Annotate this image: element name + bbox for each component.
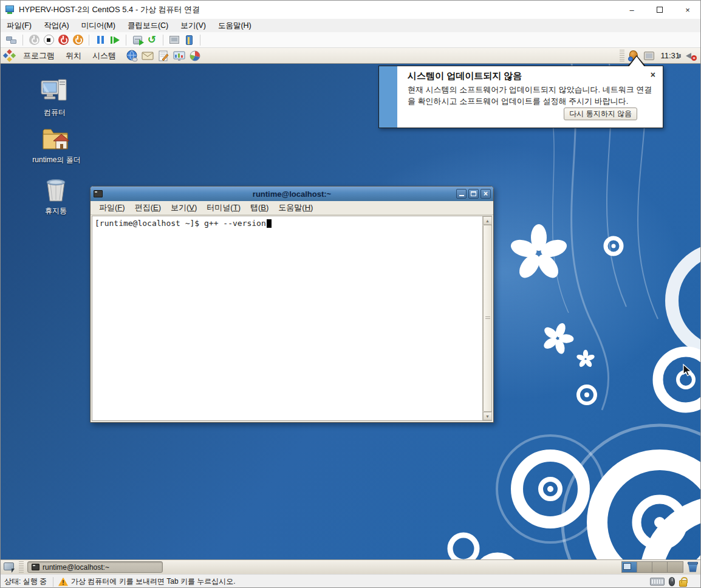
hyperv-connection-window: HYPERV-HOST-2의 CentOS 5.4 - 가상 컴퓨터 연결 – … xyxy=(0,0,701,588)
terminal-menu-tabs[interactable]: 탭(B) xyxy=(245,202,273,213)
terminal-window: runtime@localhost:~ × 파일(F) 편집(E) 보기(V) … xyxy=(90,186,494,423)
menu-clipboard[interactable]: 클립보드(C) xyxy=(121,19,174,32)
globe-icon xyxy=(126,50,138,62)
terminal-content-area[interactable]: [runtime@localhost ~]$ g++ --version ▲ ▼ xyxy=(92,216,492,421)
clock[interactable]: 11:31 xyxy=(660,51,680,60)
calc-launcher[interactable] xyxy=(188,49,202,63)
monitor-icon xyxy=(169,36,179,44)
terminal-menu-terminal[interactable]: 터미널(T) xyxy=(202,202,245,213)
checkpoint-button[interactable] xyxy=(130,33,145,47)
ctrl-alt-del-button[interactable] xyxy=(4,33,19,47)
terminal-scrollbar[interactable]: ▲ ▼ xyxy=(482,216,491,420)
terminal-menu-edit[interactable]: 편집(E) xyxy=(130,202,166,213)
revert-icon: ↺ xyxy=(148,35,156,45)
menu-file[interactable]: 파일(F) xyxy=(1,19,38,32)
keys-icon xyxy=(6,36,17,44)
keyboard-status-icon xyxy=(650,578,665,586)
system-menu[interactable]: 시스템 xyxy=(87,50,121,61)
power-gray-icon xyxy=(29,35,39,45)
terminal-maximize-button[interactable] xyxy=(468,189,479,199)
close-button[interactable]: × xyxy=(674,1,701,19)
panel-drag-handle[interactable] xyxy=(19,561,24,573)
terminal-menu-help[interactable]: 도움말(H) xyxy=(273,202,318,213)
desktop-icon-home-folder[interactable]: runtime의 폴더 xyxy=(23,125,90,165)
impress-launcher[interactable] xyxy=(173,49,186,63)
computer-icon xyxy=(40,77,69,105)
terminal-task-icon xyxy=(32,564,39,570)
menu-media[interactable]: 미디어(M) xyxy=(75,19,121,32)
do-not-notify-button[interactable]: 다시 통지하지 않음 xyxy=(564,108,637,120)
taskbar-button-label: runtime@localhost:~ xyxy=(43,563,109,572)
terminal-menu-view[interactable]: 보기(V) xyxy=(166,202,202,213)
terminal-titlebar[interactable]: runtime@localhost:~ × xyxy=(91,186,493,201)
workspace-4[interactable] xyxy=(668,562,683,572)
notification-accent-stripe xyxy=(379,66,397,128)
places-menu[interactable]: 위치 xyxy=(60,50,87,61)
menu-help[interactable]: 도움말(H) xyxy=(212,19,258,32)
minimize-icon xyxy=(459,195,464,196)
toolbar-separator xyxy=(126,35,126,46)
presentation-icon xyxy=(173,50,185,62)
pause-button[interactable] xyxy=(93,33,108,47)
terminal-cursor xyxy=(267,219,272,228)
scroll-up-icon[interactable]: ▲ xyxy=(483,216,492,225)
desktop-icon-label: 휴지통 xyxy=(45,206,67,216)
scrollbar-thumb[interactable] xyxy=(483,225,492,412)
panel-drag-handle[interactable] xyxy=(620,50,624,62)
show-desktop-button[interactable] xyxy=(2,561,16,573)
power-orange-icon xyxy=(73,35,83,45)
terminal-close-button[interactable]: × xyxy=(480,189,491,199)
maximize-icon xyxy=(657,7,663,13)
workspace-1[interactable] xyxy=(622,562,637,572)
email-launcher[interactable] xyxy=(141,49,154,63)
trash-applet-icon[interactable] xyxy=(687,561,699,573)
minimize-button[interactable]: – xyxy=(618,1,646,19)
toolbar-separator xyxy=(89,35,89,46)
screen-resize-button xyxy=(167,33,182,47)
update-notification-balloon: 시스템이 업데이트되지 않음 × 현재 시스템의 소프트웨어가 업데이트되지 않… xyxy=(378,66,663,128)
applications-menu[interactable]: 프로그램 xyxy=(18,50,60,61)
workspace-2[interactable] xyxy=(637,562,652,572)
turn-off-button[interactable] xyxy=(56,33,70,47)
menu-view[interactable]: 보기(V) xyxy=(174,19,212,32)
insert-disk-button[interactable] xyxy=(182,33,196,47)
volume-muted-icon[interactable]: × xyxy=(686,51,697,61)
centos-logo-icon[interactable] xyxy=(3,49,16,62)
taskbar-button-terminal[interactable]: runtime@localhost:~ xyxy=(27,561,163,573)
terminal-menu-file[interactable]: 파일(F) xyxy=(94,202,130,213)
shutdown-button[interactable] xyxy=(70,33,85,47)
hyperv-app-icon xyxy=(5,5,15,14)
notification-close-icon[interactable]: × xyxy=(651,70,655,79)
menu-action[interactable]: 작업(A) xyxy=(38,19,75,32)
desktop-icon-label: 컴퓨터 xyxy=(44,108,66,118)
toolbar-separator xyxy=(200,35,200,46)
terminal-title: runtime@localhost:~ xyxy=(91,190,493,199)
mouse-cursor xyxy=(682,364,694,377)
resume-button[interactable] xyxy=(108,33,122,47)
scroll-down-icon[interactable]: ▼ xyxy=(483,412,492,420)
envelope-icon xyxy=(142,50,154,62)
stop-button[interactable] xyxy=(41,33,56,47)
workspace-switcher xyxy=(621,561,683,573)
desktop-icon-trash[interactable]: 휴지통 xyxy=(22,176,89,216)
desktop-icon-label: runtime의 폴더 xyxy=(32,155,80,165)
disk-icon xyxy=(186,35,193,45)
pause-icon xyxy=(97,36,104,44)
gnome-top-panel: 프로그램 위치 시스템 xyxy=(1,48,701,64)
vm-status-text: 상태: 실행 중 xyxy=(1,576,53,587)
terminal-minimize-button[interactable] xyxy=(456,189,467,199)
stop-icon xyxy=(44,35,54,45)
revert-button[interactable]: ↺ xyxy=(145,33,159,47)
notification-body: 현재 시스템의 소프트웨어가 업데이트되지 않았습니다. 네트워크 연결을 확인… xyxy=(408,84,655,108)
mouse-status-icon xyxy=(669,577,675,586)
workspace-3[interactable] xyxy=(652,562,668,572)
vm-toolbar: ↺ xyxy=(1,32,701,48)
maximize-button[interactable] xyxy=(646,1,674,19)
warning-icon xyxy=(58,578,68,586)
desktop-icon-computer[interactable]: 컴퓨터 xyxy=(21,77,88,118)
statusbar-separator xyxy=(53,577,53,587)
toolbar-separator xyxy=(163,35,163,46)
notification-pointer-fill xyxy=(629,56,645,67)
writer-launcher[interactable] xyxy=(157,49,170,63)
web-browser-launcher[interactable] xyxy=(125,49,138,63)
